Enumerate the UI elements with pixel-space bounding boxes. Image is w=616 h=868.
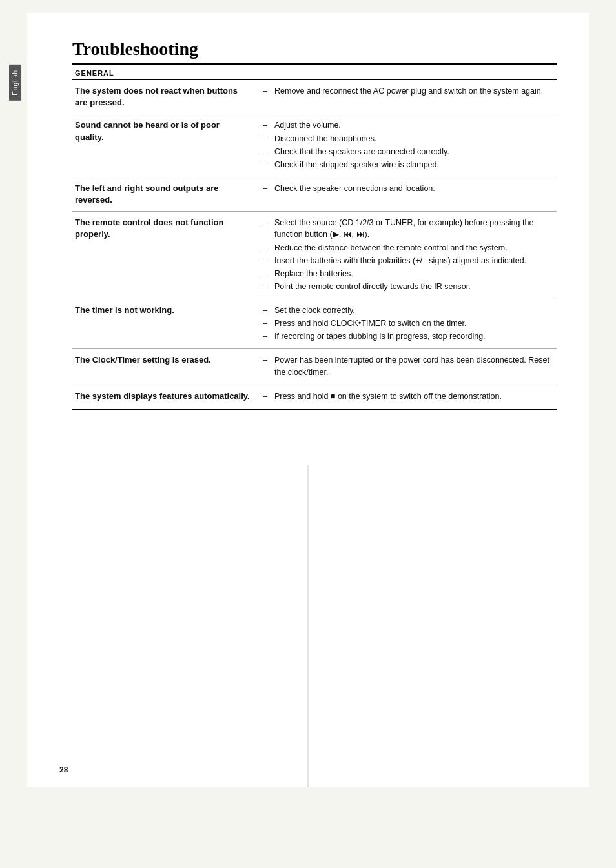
solution-cell: Check the speaker connections and locati…	[256, 177, 557, 211]
table-row: The system displays features automatical…	[72, 385, 557, 409]
solution-cell: Set the clock correctly.Press and hold C…	[256, 299, 557, 349]
solution-item: Set the clock correctly.	[263, 305, 554, 316]
table-row: Sound cannot be heard or is of poor qual…	[72, 114, 557, 177]
solution-cell: Power has been interrupted or the power …	[256, 349, 557, 385]
table-row: The system does not react when buttons a…	[72, 80, 557, 114]
troubleshoot-table: GENERAL The system does not react when b…	[72, 65, 557, 410]
solution-list: Remove and reconnect the AC power plug a…	[263, 85, 554, 97]
page-container: English Troubleshooting GENERAL The syst…	[27, 13, 589, 787]
solution-item: Insert the batteries with their polariti…	[263, 255, 554, 267]
solution-item: Power has been interrupted or the power …	[263, 354, 554, 378]
solution-item: Press and hold ■ on the system to switch…	[263, 390, 554, 402]
center-rule	[308, 465, 309, 787]
table-header-row: GENERAL	[72, 65, 557, 80]
solution-list: Check the speaker connections and locati…	[263, 183, 554, 194]
problem-cell: The system displays features automatical…	[72, 385, 256, 409]
table-row: The remote control does not function pro…	[72, 212, 557, 299]
solution-list: Power has been interrupted or the power …	[263, 354, 554, 378]
solution-item: Adjust the volume.	[263, 119, 554, 131]
solution-list: Press and hold ■ on the system to switch…	[263, 390, 554, 402]
solution-cell: Select the source (CD 1/2/3 or TUNER, fo…	[256, 212, 557, 299]
table-row: The left and right sound outputs are rev…	[72, 177, 557, 211]
table-header-label: GENERAL	[72, 65, 557, 80]
solution-cell: Remove and reconnect the AC power plug a…	[256, 80, 557, 114]
problem-cell: The system does not react when buttons a…	[72, 80, 256, 114]
problem-cell: The left and right sound outputs are rev…	[72, 177, 256, 211]
solution-cell: Adjust the volume.Disconnect the headpho…	[256, 114, 557, 177]
solution-cell: Press and hold ■ on the system to switch…	[256, 385, 557, 409]
table-row: The timer is not working.Set the clock c…	[72, 299, 557, 349]
solution-item: Check if the stripped speaker wire is cl…	[263, 159, 554, 170]
solution-item: Select the source (CD 1/2/3 or TUNER, fo…	[263, 217, 554, 240]
solution-list: Set the clock correctly.Press and hold C…	[263, 305, 554, 342]
solution-item: Reduce the distance between the remote c…	[263, 242, 554, 254]
problem-cell: The timer is not working.	[72, 299, 256, 349]
solution-item: Press and hold CLOCK•TIMER to switch on …	[263, 318, 554, 329]
page-number: 28	[59, 765, 68, 774]
solution-item: Remove and reconnect the AC power plug a…	[263, 85, 554, 97]
page-title: Troubleshooting	[72, 39, 557, 59]
problem-cell: The remote control does not function pro…	[72, 212, 256, 299]
solution-item: If recording or tapes dubbing is in prog…	[263, 330, 554, 342]
sidebar-language-tab: English	[9, 65, 21, 101]
solution-item: Disconnect the headphones.	[263, 133, 554, 145]
problem-cell: The Clock/Timer setting is erased.	[72, 349, 256, 385]
solution-list: Select the source (CD 1/2/3 or TUNER, fo…	[263, 217, 554, 292]
solution-item: Check the speaker connections and locati…	[263, 183, 554, 194]
solution-list: Adjust the volume.Disconnect the headpho…	[263, 119, 554, 170]
solution-item: Replace the batteries.	[263, 268, 554, 279]
problem-cell: Sound cannot be heard or is of poor qual…	[72, 114, 256, 177]
table-row: The Clock/Timer setting is erased.Power …	[72, 349, 557, 385]
solution-item: Check that the speakers are connected co…	[263, 146, 554, 157]
solution-item: Point the remote control directly toward…	[263, 281, 554, 292]
